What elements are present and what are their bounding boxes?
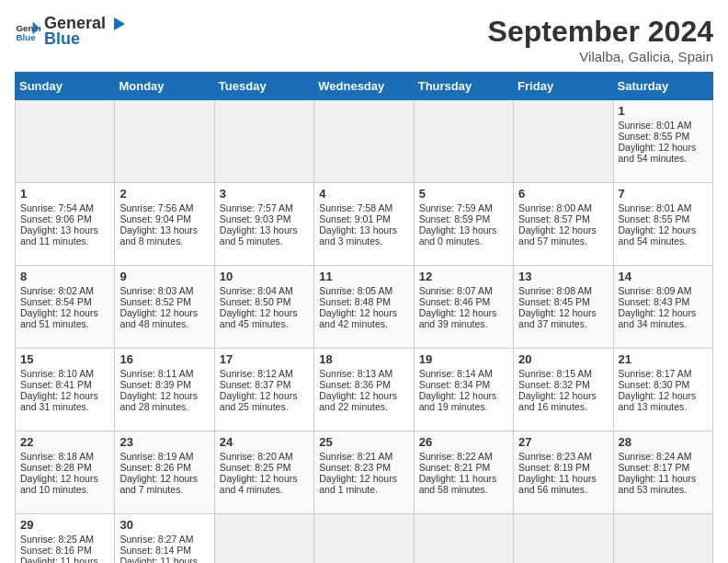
calendar-week-row: 29 Sunrise: 8:25 AM Sunset: 8:16 PM Dayl…	[16, 514, 713, 564]
sunrise-label: Sunrise: 8:21 AM	[319, 451, 392, 462]
sunset-label: Sunset: 8:55 PM	[619, 213, 690, 224]
daylight-label: Daylight: 12 hours and 51 minutes.	[20, 307, 98, 329]
day-number: 12	[419, 270, 508, 283]
sunset-label: Sunset: 8:48 PM	[319, 296, 391, 307]
calendar-cell	[514, 100, 613, 183]
calendar-cell: 18 Sunrise: 8:13 AM Sunset: 8:36 PM Dayl…	[314, 349, 414, 431]
day-number: 5	[419, 187, 508, 201]
calendar-cell: 20 Sunrise: 8:15 AM Sunset: 8:32 PM Dayl…	[514, 349, 613, 431]
sunset-label: Sunset: 8:17 PM	[619, 462, 690, 473]
sunrise-label: Sunrise: 7:58 AM	[319, 202, 392, 213]
sunset-label: Sunset: 8:46 PM	[419, 296, 491, 307]
daylight-label: Daylight: 12 hours and 48 minutes.	[119, 307, 198, 329]
day-number: 13	[518, 270, 608, 283]
calendar-cell: 19 Sunrise: 8:14 AM Sunset: 8:34 PM Dayl…	[414, 349, 513, 431]
sunrise-label: Sunrise: 8:09 AM	[619, 285, 692, 296]
calendar-cell: 13 Sunrise: 8:08 AM Sunset: 8:45 PM Dayl…	[514, 266, 613, 349]
col-tuesday: Tuesday	[214, 73, 313, 100]
daylight-label: Daylight: 12 hours and 1 minute.	[319, 473, 397, 495]
sunrise-label: Sunrise: 8:02 AM	[20, 285, 94, 296]
daylight-label: Daylight: 12 hours and 16 minutes.	[518, 390, 597, 412]
calendar-cell: 22 Sunrise: 8:18 AM Sunset: 8:28 PM Dayl…	[16, 431, 115, 514]
sunrise-label: Sunrise: 8:01 AM	[619, 202, 692, 213]
sunrise-label: Sunrise: 8:15 AM	[518, 368, 592, 379]
calendar-cell: 27 Sunrise: 8:23 AM Sunset: 8:19 PM Dayl…	[514, 431, 613, 514]
daylight-label: Daylight: 12 hours and 10 minutes.	[20, 473, 98, 495]
sunrise-label: Sunrise: 8:01 AM	[619, 120, 692, 131]
day-number: 21	[619, 352, 708, 366]
day-number: 2	[119, 187, 209, 201]
calendar-cell	[613, 514, 712, 564]
calendar-body: 1 Sunrise: 8:01 AM Sunset: 8:55 PM Dayli…	[16, 100, 713, 564]
calendar-cell: 7 Sunrise: 8:01 AM Sunset: 8:55 PM Dayli…	[613, 183, 712, 266]
daylight-label: Daylight: 13 hours and 3 minutes.	[319, 224, 397, 247]
calendar-week-row: 1 Sunrise: 8:01 AM Sunset: 8:55 PM Dayli…	[16, 100, 713, 183]
sunrise-label: Sunrise: 8:07 AM	[419, 285, 493, 296]
sunset-label: Sunset: 8:50 PM	[220, 296, 291, 307]
sunrise-label: Sunrise: 8:10 AM	[20, 368, 94, 379]
sunrise-label: Sunrise: 8:19 AM	[119, 451, 193, 462]
sunrise-label: Sunrise: 8:17 AM	[619, 368, 692, 379]
svg-marker-2	[114, 17, 125, 30]
daylight-label: Daylight: 12 hours and 54 minutes.	[619, 224, 697, 247]
daylight-label: Daylight: 11 hours and 58 minutes.	[419, 473, 497, 495]
calendar-cell: 3 Sunrise: 7:57 AM Sunset: 9:03 PM Dayli…	[214, 183, 313, 266]
day-number: 24	[220, 435, 309, 449]
calendar-cell	[414, 100, 513, 183]
calendar-cell	[314, 514, 414, 564]
sunset-label: Sunset: 8:41 PM	[20, 379, 92, 390]
sunset-label: Sunset: 8:25 PM	[220, 462, 291, 473]
calendar-cell	[314, 100, 414, 183]
calendar-cell	[214, 100, 313, 183]
sunrise-label: Sunrise: 7:56 AM	[119, 202, 193, 213]
sunset-label: Sunset: 8:19 PM	[518, 462, 590, 473]
day-number: 23	[119, 435, 209, 449]
sunset-label: Sunset: 8:52 PM	[119, 296, 191, 307]
col-friday: Friday	[514, 73, 613, 100]
day-number: 3	[220, 187, 309, 201]
day-number: 4	[319, 187, 408, 201]
daylight-label: Daylight: 13 hours and 11 minutes.	[20, 224, 98, 247]
day-number: 16	[119, 352, 209, 366]
sunset-label: Sunset: 9:06 PM	[20, 213, 92, 224]
sunset-label: Sunset: 8:26 PM	[119, 462, 191, 473]
daylight-label: Daylight: 12 hours and 54 minutes.	[619, 142, 697, 164]
sunset-label: Sunset: 8:32 PM	[518, 379, 590, 390]
location-title: Vilalba, Galicia, Spain	[488, 49, 713, 64]
sunrise-label: Sunrise: 8:05 AM	[319, 285, 392, 296]
daylight-label: Daylight: 13 hours and 0 minutes.	[419, 224, 497, 247]
daylight-label: Daylight: 11 hours and 47 minutes.	[119, 556, 198, 563]
daylight-label: Daylight: 12 hours and 7 minutes.	[119, 473, 198, 495]
sunrise-label: Sunrise: 8:13 AM	[319, 368, 392, 379]
sunrise-label: Sunrise: 8:11 AM	[119, 368, 193, 379]
calendar-cell: 1 Sunrise: 7:54 AM Sunset: 9:06 PM Dayli…	[16, 183, 115, 266]
day-number: 9	[119, 270, 209, 283]
col-sunday: Sunday	[16, 73, 115, 100]
daylight-label: Daylight: 12 hours and 37 minutes.	[518, 307, 597, 329]
sunrise-label: Sunrise: 8:18 AM	[20, 451, 94, 462]
day-number: 22	[20, 435, 109, 449]
sunset-label: Sunset: 8:14 PM	[119, 545, 191, 556]
sunrise-label: Sunrise: 8:24 AM	[619, 451, 692, 462]
sunset-label: Sunset: 8:59 PM	[419, 213, 491, 224]
day-number: 17	[220, 352, 309, 366]
calendar-cell	[414, 514, 513, 564]
calendar-cell: 8 Sunrise: 8:02 AM Sunset: 8:54 PM Dayli…	[16, 266, 115, 349]
day-number: 20	[518, 352, 608, 366]
daylight-label: Daylight: 12 hours and 22 minutes.	[319, 390, 397, 412]
logo: General Blue General Blue	[15, 15, 127, 49]
calendar-cell: 11 Sunrise: 8:05 AM Sunset: 8:48 PM Dayl…	[314, 266, 414, 349]
daylight-label: Daylight: 12 hours and 13 minutes.	[619, 390, 697, 412]
calendar-cell: 14 Sunrise: 8:09 AM Sunset: 8:43 PM Dayl…	[613, 266, 712, 349]
sunrise-label: Sunrise: 8:04 AM	[220, 285, 293, 296]
calendar-cell	[514, 514, 613, 564]
calendar-cell: 25 Sunrise: 8:21 AM Sunset: 8:23 PM Dayl…	[314, 431, 414, 514]
sunrise-label: Sunrise: 7:59 AM	[419, 202, 493, 213]
day-number: 6	[518, 187, 608, 201]
calendar-week-row: 15 Sunrise: 8:10 AM Sunset: 8:41 PM Dayl…	[16, 349, 713, 431]
col-wednesday: Wednesday	[314, 73, 414, 100]
sunset-label: Sunset: 8:16 PM	[20, 545, 92, 556]
col-saturday: Saturday	[613, 73, 712, 100]
calendar-week-row: 8 Sunrise: 8:02 AM Sunset: 8:54 PM Dayli…	[16, 266, 713, 349]
day-number: 19	[419, 352, 508, 366]
